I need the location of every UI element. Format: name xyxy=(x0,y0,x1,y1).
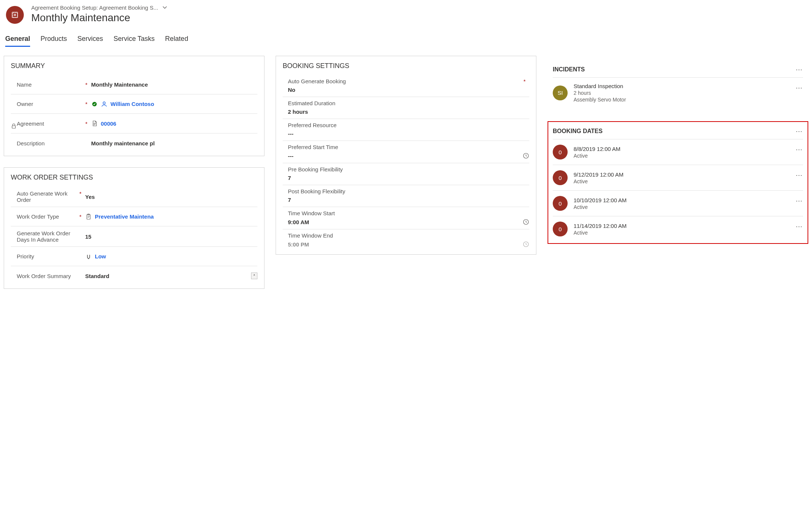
field-pre-flex-value: 7 xyxy=(288,175,291,181)
field-estimated-duration-label: Estimated Duration xyxy=(288,100,336,106)
avatar: 0 xyxy=(553,196,568,211)
field-agreement[interactable]: Agreement * 00006 xyxy=(11,114,257,133)
summary-title: SUMMARY xyxy=(11,62,257,70)
clock-icon[interactable] xyxy=(523,152,529,159)
field-auto-generate-wo-value: Yes xyxy=(85,194,257,200)
check-circle-icon xyxy=(91,101,98,107)
incident-title: Standard Inspection xyxy=(574,83,790,89)
field-preferred-resource-label: Preferred Resource xyxy=(288,122,337,128)
field-auto-generate-booking-label: Auto Generate Booking xyxy=(288,78,346,84)
svg-rect-0 xyxy=(12,12,18,18)
field-pre-flex[interactable]: Pre Booking Flexibility 7 xyxy=(283,163,529,185)
field-window-start-value: 9:00 AM xyxy=(288,219,309,225)
field-post-flex[interactable]: Post Booking Flexibility 7 xyxy=(283,185,529,207)
field-name[interactable]: Name * Monthly Maintenance xyxy=(11,75,257,94)
form-columns: SUMMARY Name * Monthly Maintenance Owner… xyxy=(4,56,808,289)
booking-date-item[interactable]: 0 11/14/2019 12:00 AM Active ⋯ xyxy=(553,216,803,242)
more-icon[interactable]: ⋯ xyxy=(796,145,803,154)
booking-date-item[interactable]: 0 8/8/2019 12:00 AM Active ⋯ xyxy=(553,139,803,165)
field-auto-generate-booking-value: No xyxy=(288,87,295,93)
field-window-end[interactable]: Time Window End 5:00 PM xyxy=(283,229,529,251)
field-description-value: Monthly maintenance pl xyxy=(91,140,257,146)
field-agreement-label: Agreement xyxy=(17,120,44,127)
tab-service-tasks[interactable]: Service Tasks xyxy=(113,35,155,47)
booking-date-status: Active xyxy=(574,204,790,210)
booking-date-status: Active xyxy=(574,153,790,159)
clock-icon[interactable] xyxy=(523,219,529,225)
lock-icon xyxy=(10,123,17,129)
field-preferred-resource[interactable]: Preferred Resource --- xyxy=(283,119,529,141)
avatar: 0 xyxy=(553,170,568,185)
column-1: SUMMARY Name * Monthly Maintenance Owner… xyxy=(4,56,264,289)
field-window-end-value: 5:00 PM xyxy=(288,241,309,248)
field-wo-type-label: Work Order Type xyxy=(17,213,59,220)
entity-icon xyxy=(6,6,24,24)
tab-related[interactable]: Related xyxy=(165,35,188,47)
svg-point-3 xyxy=(103,102,105,104)
incident-item[interactable]: SI Standard Inspection 2 hours Assembly … xyxy=(553,78,803,108)
field-name-label: Name xyxy=(17,81,32,88)
field-owner-label: Owner xyxy=(17,101,33,107)
tab-products[interactable]: Products xyxy=(41,35,67,47)
field-days-in-advance[interactable]: Generate Work Order Days In Advance 15 xyxy=(11,226,257,247)
summary-panel: SUMMARY Name * Monthly Maintenance Owner… xyxy=(4,56,264,156)
field-owner[interactable]: Owner * William Contoso xyxy=(11,94,257,114)
field-wo-summary[interactable]: Work Order Summary Standard ˄ xyxy=(11,266,257,286)
svg-rect-4 xyxy=(12,126,16,128)
more-icon[interactable]: ⋯ xyxy=(796,171,803,179)
field-priority-value: Low xyxy=(95,253,257,259)
field-preferred-start-time-label: Preferred Start Time xyxy=(288,144,338,150)
incidents-section: INCIDENTS ⋯ SI Standard Inspection 2 hou… xyxy=(548,59,808,110)
field-auto-generate-booking[interactable]: Auto Generate Booking * No xyxy=(283,75,529,97)
avatar: SI xyxy=(553,86,568,100)
booking-date-status: Active xyxy=(574,230,790,236)
field-auto-generate-wo[interactable]: Auto Generate Work Order * Yes xyxy=(11,187,257,207)
clock-icon[interactable] xyxy=(523,241,529,248)
booking-date-item[interactable]: 0 10/10/2019 12:00 AM Active ⋯ xyxy=(553,191,803,216)
field-post-flex-label: Post Booking Flexibility xyxy=(288,188,345,194)
field-estimated-duration[interactable]: Estimated Duration 2 hours xyxy=(283,97,529,119)
booking-date-status: Active xyxy=(574,178,790,184)
more-icon[interactable]: ⋯ xyxy=(796,222,803,230)
field-owner-value: William Contoso xyxy=(110,101,257,107)
field-window-start[interactable]: Time Window Start 9:00 AM xyxy=(283,207,529,229)
field-priority[interactable]: Priority Low xyxy=(11,247,257,266)
avatar: 0 xyxy=(553,145,568,159)
work-order-settings-panel: WORK ORDER SETTINGS Auto Generate Work O… xyxy=(4,167,264,289)
more-icon[interactable]: ⋯ xyxy=(796,127,803,135)
document-icon xyxy=(91,120,98,127)
priority-low-icon xyxy=(85,253,92,260)
required-indicator: * xyxy=(85,101,89,107)
field-post-flex-value: 7 xyxy=(288,197,291,203)
booking-settings-panel: BOOKING SETTINGS Auto Generate Booking *… xyxy=(276,56,536,255)
scroll-up-icon[interactable]: ˄ xyxy=(251,272,257,279)
required-indicator: * xyxy=(79,190,83,197)
booking-date-value: 9/12/2019 12:00 AM xyxy=(574,171,790,178)
field-window-end-label: Time Window End xyxy=(288,232,333,239)
field-preferred-start-time[interactable]: Preferred Start Time --- xyxy=(283,141,529,163)
field-wo-type-value: Preventative Maintena xyxy=(95,213,257,220)
booking-dates-section: BOOKING DATES ⋯ 0 8/8/2019 12:00 AM Acti… xyxy=(548,121,808,244)
field-priority-label: Priority xyxy=(17,253,34,259)
work-order-settings-title: WORK ORDER SETTINGS xyxy=(11,174,257,181)
field-days-in-advance-value: 15 xyxy=(85,233,257,240)
more-icon[interactable]: ⋯ xyxy=(796,197,803,205)
tab-services[interactable]: Services xyxy=(77,35,103,47)
field-preferred-resource-value: --- xyxy=(288,130,293,137)
booking-date-value: 10/10/2019 12:00 AM xyxy=(574,197,790,203)
more-icon[interactable]: ⋯ xyxy=(796,65,803,74)
breadcrumb[interactable]: Agreement Booking Setup: Agreement Booki… xyxy=(31,4,169,11)
tab-general[interactable]: General xyxy=(5,35,30,47)
more-icon[interactable]: ⋯ xyxy=(796,84,803,92)
booking-date-item[interactable]: 0 9/12/2019 12:00 AM Active ⋯ xyxy=(553,165,803,191)
field-preferred-start-time-value: --- xyxy=(288,153,293,159)
field-description[interactable]: Description Monthly maintenance pl xyxy=(11,133,257,153)
incident-asset: Assembly Servo Motor xyxy=(574,97,790,103)
breadcrumb-text: Agreement Booking Setup: Agreement Booki… xyxy=(31,4,158,11)
column-3: INCIDENTS ⋯ SI Standard Inspection 2 hou… xyxy=(548,56,808,244)
field-wo-type[interactable]: Work Order Type * Preventative Maintena xyxy=(11,207,257,226)
booking-date-value: 8/8/2019 12:00 AM xyxy=(574,146,790,152)
booking-dates-title: BOOKING DATES xyxy=(553,128,603,135)
required-indicator: * xyxy=(85,120,89,127)
field-window-start-label: Time Window Start xyxy=(288,210,335,216)
